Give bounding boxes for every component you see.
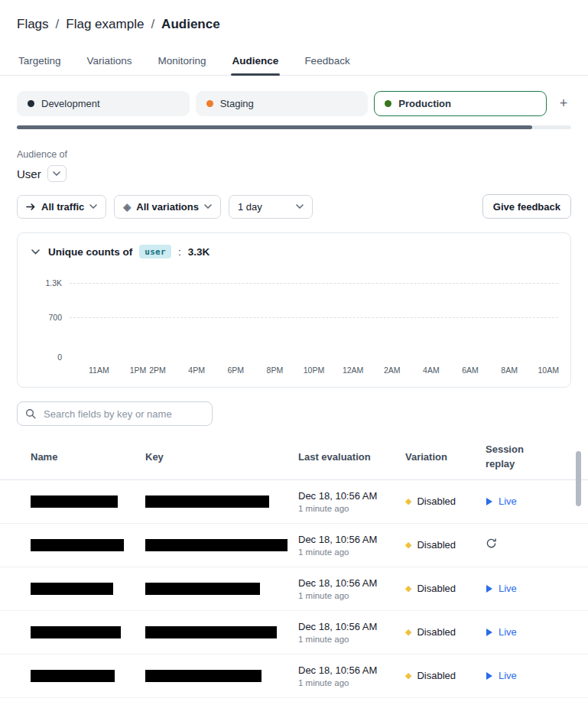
redacted-key-value xyxy=(145,583,260,595)
bar-chart: 07001.3K xyxy=(30,278,558,358)
chart-y-axis: 07001.3K xyxy=(30,278,62,358)
env-tab-production[interactable]: Production xyxy=(374,91,547,116)
refresh-icon xyxy=(486,538,497,549)
variation-label: Disabled xyxy=(417,583,456,594)
variation-diamond-icon: ◆ xyxy=(405,671,411,681)
time-range-select[interactable]: 1 day xyxy=(229,195,313,219)
context-kind-dropdown-button[interactable] xyxy=(47,165,67,182)
last-evaluation-timestamp: Dec 18, 10:56 AM xyxy=(298,490,405,502)
breadcrumb-flag-example-link[interactable]: Flag example xyxy=(66,17,144,32)
variation-label: Disabled xyxy=(417,670,456,681)
last-evaluation-timestamp: Dec 18, 10:56 AM xyxy=(298,664,405,676)
play-icon xyxy=(486,584,493,593)
chevron-down-icon xyxy=(89,204,97,209)
column-header-session-replay: Session replay xyxy=(486,443,530,472)
collapse-chart-button[interactable] xyxy=(30,248,41,256)
redacted-key-value xyxy=(145,539,288,551)
tab-audience[interactable]: Audience xyxy=(231,49,281,75)
breadcrumb-flags-link[interactable]: Flags xyxy=(17,17,49,32)
redacted-key-value xyxy=(145,626,277,638)
column-header-variation: Variation xyxy=(405,451,486,463)
chart-x-tick: 10PM xyxy=(304,365,324,375)
traffic-filter-label: All traffic xyxy=(41,201,84,213)
chart-x-tick: 6AM xyxy=(462,365,479,375)
variation-diamond-icon: ◆ xyxy=(405,627,411,637)
env-tab-development[interactable]: Development xyxy=(17,91,190,116)
filter-toolbar: All traffic ◈ All variations 1 day Give … xyxy=(17,194,571,219)
chart-y-tick: 0 xyxy=(57,352,62,362)
environments-horizontal-scrollbar-track[interactable] xyxy=(17,125,571,129)
last-evaluation-timestamp: Dec 18, 10:56 AM xyxy=(298,534,405,545)
environment-pills: Development Staging Production xyxy=(17,91,547,116)
table-header-row: Name Key Last evaluation Variation Sessi… xyxy=(0,438,588,480)
chart-x-axis-spacer xyxy=(30,365,70,376)
variation-diamond-icon: ◆ xyxy=(405,496,411,506)
tab-monitoring[interactable]: Monitoring xyxy=(157,49,208,75)
last-evaluation-timestamp: Dec 18, 10:56 AM xyxy=(298,577,405,589)
chart-x-tick: 8PM xyxy=(267,365,284,375)
chart-x-tick: 11AM xyxy=(89,365,109,375)
table-row[interactable]: Dec 18, 10:56 AM1 minute ago◆Disabled xyxy=(0,524,588,567)
chart-title-colon: : xyxy=(178,246,181,258)
chevron-down-icon xyxy=(204,204,212,209)
table-row[interactable]: Dec 18, 10:56 AM1 minute ago◆DisabledLiv… xyxy=(0,567,588,611)
env-label: Development xyxy=(41,98,100,109)
breadcrumb-separator: / xyxy=(151,17,154,32)
tab-feedback[interactable]: Feedback xyxy=(303,49,351,75)
table-row[interactable]: Dec 18, 10:56 AM1 minute ago◆DisabledLiv… xyxy=(0,480,588,524)
search-input[interactable] xyxy=(42,408,204,421)
chart-title: Unique counts of xyxy=(48,246,132,258)
chart-header: Unique counts of user : 3.3K xyxy=(30,245,558,258)
last-evaluation-relative: 1 minute ago xyxy=(298,591,405,600)
env-label: Production xyxy=(398,98,451,109)
variation-diamond-icon: ◆ xyxy=(405,583,411,593)
chart-y-tick: 700 xyxy=(48,313,62,322)
env-dot-development xyxy=(28,100,34,107)
chart-x-tick: 2AM xyxy=(384,365,401,375)
give-feedback-button[interactable]: Give feedback xyxy=(482,194,571,219)
session-replay-live-link[interactable]: Live xyxy=(486,626,571,638)
traffic-filter-dropdown[interactable]: All traffic xyxy=(17,195,106,219)
variation-diamond-icon: ◆ xyxy=(405,540,411,550)
last-evaluation-relative: 1 minute ago xyxy=(298,504,405,513)
variations-diamond-icon: ◈ xyxy=(123,202,131,212)
env-label: Staging xyxy=(220,98,254,109)
chart-x-tick: 4AM xyxy=(423,365,440,375)
chevron-down-icon xyxy=(31,249,40,255)
context-kind-value: User xyxy=(17,167,41,180)
table-vertical-scrollbar-thumb[interactable] xyxy=(576,451,581,506)
session-replay-live-link[interactable]: Live xyxy=(486,670,571,681)
table-body: Dec 18, 10:56 AM1 minute ago◆DisabledLiv… xyxy=(0,480,588,698)
session-replay-live-link[interactable]: Live xyxy=(486,583,571,594)
chart-x-tick: 6PM xyxy=(227,365,244,375)
chart-x-tick: 4PM xyxy=(188,365,205,375)
session-replay-live-link[interactable]: Live xyxy=(486,495,571,507)
environment-switcher: Development Staging Production + xyxy=(17,91,571,116)
add-environment-button[interactable]: + xyxy=(556,96,571,112)
play-icon xyxy=(486,671,493,681)
tab-targeting[interactable]: Targeting xyxy=(17,49,63,75)
chart-plot xyxy=(70,278,558,358)
unique-counts-chart-card: Unique counts of user : 3.3K 07001.3K 11… xyxy=(17,232,571,388)
environments-horizontal-scrollbar-thumb[interactable] xyxy=(17,125,532,129)
redacted-key-value xyxy=(145,495,269,508)
redacted-name-value xyxy=(31,626,121,638)
search-icon xyxy=(25,408,36,419)
table-row[interactable]: Dec 18, 10:56 AM1 minute ago◆DisabledLiv… xyxy=(0,611,588,655)
chart-x-axis: 11AM1PM2PM4PM6PM8PM10PM12AM2AM4AM6AM8AM1… xyxy=(70,365,558,376)
column-header-last-evaluation: Last evaluation xyxy=(298,451,405,463)
tab-variations[interactable]: Variations xyxy=(86,49,134,75)
tab-bar: Targeting Variations Monitoring Audience… xyxy=(0,49,588,76)
chart-gridline xyxy=(70,283,558,284)
env-tab-staging[interactable]: Staging xyxy=(196,91,369,116)
search-field-container xyxy=(17,401,213,426)
chart-total-count: 3.3K xyxy=(188,246,210,258)
chart-x-tick: 2PM xyxy=(149,365,166,375)
last-evaluation-relative: 1 minute ago xyxy=(298,547,405,557)
redacted-key-value xyxy=(145,670,262,682)
variations-filter-label: All variations xyxy=(136,201,199,213)
time-range-value: 1 day xyxy=(238,201,262,213)
variations-filter-dropdown[interactable]: ◈ All variations xyxy=(114,195,221,219)
variation-label: Disabled xyxy=(417,626,456,638)
table-row[interactable]: Dec 18, 10:56 AM1 minute ago◆DisabledLiv… xyxy=(0,655,588,698)
